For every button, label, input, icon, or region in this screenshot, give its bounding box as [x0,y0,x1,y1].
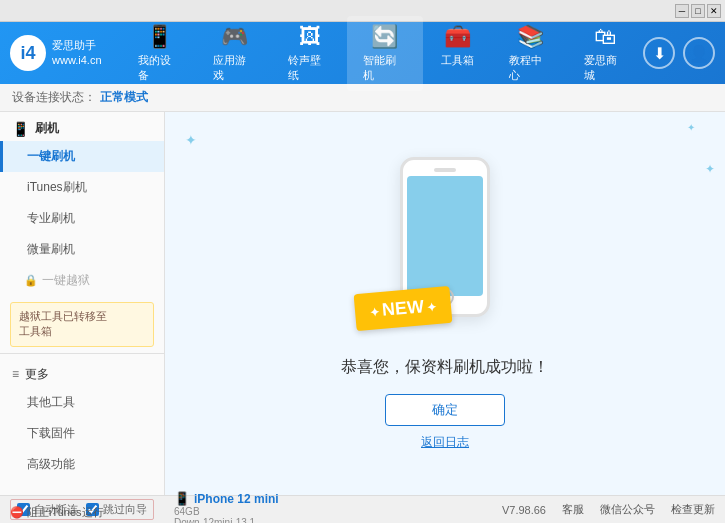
lock-icon: 🔒 [24,274,38,287]
nav-ringtone[interactable]: 🖼 铃声壁纸 [272,16,347,91]
logo-circle: i4 [10,35,46,71]
back-link[interactable]: 返回日志 [421,434,469,451]
bottom-right: V7.98.66 客服 微信公众号 检查更新 [502,502,715,517]
tools-label: 工具箱 [441,53,474,68]
download-button[interactable]: ⬇ [643,37,675,69]
sparkle-icon-3: ✦ [705,162,715,176]
device-icon: 📱 [174,491,190,506]
nav-right: ⬇ 👤 [643,37,715,69]
stop-itunes-label: 阻止iTunes运行 [27,505,104,520]
logo-area: i4 爱思助手 www.i4.cn [10,35,102,71]
maximize-button[interactable]: □ [691,4,705,18]
phone-illustration: NEW [365,157,525,337]
flash-section-icon: 📱 [12,121,29,137]
flash-section-label: 刷机 [35,120,59,137]
nav-flash[interactable]: 🔄 智能刷机 [347,16,422,91]
sidebar-jailbreak: 🔒 一键越狱 [0,265,164,296]
nav-shop[interactable]: 🛍 爱思商城 [568,16,643,91]
skip-wizard-label: 跳过向导 [103,502,147,517]
shop-label: 爱思商城 [584,53,627,83]
apps-icon: 🎮 [221,24,248,50]
logo-line1: 爱思助手 [52,38,102,53]
stop-itunes-icon: ⛔ [10,506,24,519]
status-label: 设备连接状态： [12,89,96,106]
flash-label: 智能刷机 [363,53,406,83]
flash-icon: 🔄 [371,24,398,50]
nav-my-device[interactable]: 📱 我的设备 [122,16,197,91]
ringtone-label: 铃声壁纸 [288,53,331,83]
user-button[interactable]: 👤 [683,37,715,69]
sidebar-itunes[interactable]: iTunes刷机 [0,172,164,203]
sidebar-more-title: ≡ 更多 [0,358,164,387]
sidebar-professional[interactable]: 专业刷机 [0,203,164,234]
sidebar-download-firmware[interactable]: 下载固件 [0,418,164,449]
main-area: 📱 刷机 一键刷机 iTunes刷机 专业刷机 微量刷机 🔒 一键越狱 越狱工具… [0,112,725,495]
tools-icon: 🧰 [444,24,471,50]
status-value: 正常模式 [100,89,148,106]
sidebar-divider [0,353,164,354]
nav-tutorial[interactable]: 📚 教程中心 [493,16,568,91]
bottom-bar: 自动断连 跳过向导 📱 iPhone 12 mini 64GB Down-12m… [0,495,725,523]
support-link[interactable]: 客服 [562,502,584,517]
device-info: 📱 iPhone 12 mini 64GB Down-12mini-13,1 [174,491,279,523]
new-badge: NEW [354,285,453,330]
window-controls[interactable]: ─ □ ✕ [675,4,721,18]
more-icon: ≡ [12,367,19,381]
stop-itunes-button[interactable]: ⛔ 阻止iTunes运行 [10,505,104,520]
content-area: ✦ ✦ ✦ NEW 恭喜您，保资料刷机成功啦！ 确定 返回日志 [165,112,725,495]
logo-icon: i4 [20,43,35,64]
shop-icon: 🛍 [594,24,616,50]
wechat-link[interactable]: 微信公众号 [600,502,655,517]
sparkle-icon-1: ✦ [185,132,197,148]
logo-line2: www.i4.cn [52,53,102,68]
ringtone-icon: 🖼 [299,24,321,50]
logo-text: 爱思助手 www.i4.cn [52,38,102,69]
sidebar-micro[interactable]: 微量刷机 [0,234,164,265]
sidebar-more-label: 更多 [25,366,49,383]
sidebar-advanced[interactable]: 高级功能 [0,449,164,480]
nav-tools[interactable]: 🧰 工具箱 [423,16,493,91]
phone-screen [407,176,483,296]
top-nav: i4 爱思助手 www.i4.cn 📱 我的设备 🎮 应用游戏 🖼 铃声壁纸 🔄… [0,22,725,84]
nav-items: 📱 我的设备 🎮 应用游戏 🖼 铃声壁纸 🔄 智能刷机 🧰 工具箱 📚 教程中心… [122,16,643,91]
sidebar-jailbreak-label: 一键越狱 [42,272,90,289]
success-text: 恭喜您，保资料刷机成功啦！ [341,357,549,378]
my-device-label: 我的设备 [138,53,181,83]
close-button[interactable]: ✕ [707,4,721,18]
confirm-button[interactable]: 确定 [385,394,505,426]
nav-apps[interactable]: 🎮 应用游戏 [197,16,272,91]
my-device-icon: 📱 [146,24,173,50]
apps-label: 应用游戏 [213,53,256,83]
minimize-button[interactable]: ─ [675,4,689,18]
flash-section-title: 📱 刷机 [0,112,164,141]
version-label: V7.98.66 [502,504,546,516]
sidebar: 📱 刷机 一键刷机 iTunes刷机 专业刷机 微量刷机 🔒 一键越狱 越狱工具… [0,112,165,495]
device-model: Down-12mini-13,1 [174,517,279,523]
tutorial-label: 教程中心 [509,53,552,83]
phone-speaker [434,168,456,172]
sidebar-warning-box: 越狱工具已转移至工具箱 [10,302,154,347]
update-link[interactable]: 检查更新 [671,502,715,517]
device-name: iPhone 12 mini [194,492,279,506]
device-storage: 64GB [174,506,279,517]
sidebar-one-click[interactable]: 一键刷机 [0,141,164,172]
sidebar-other-tools[interactable]: 其他工具 [0,387,164,418]
sparkle-icon-2: ✦ [687,122,695,133]
tutorial-icon: 📚 [517,24,544,50]
